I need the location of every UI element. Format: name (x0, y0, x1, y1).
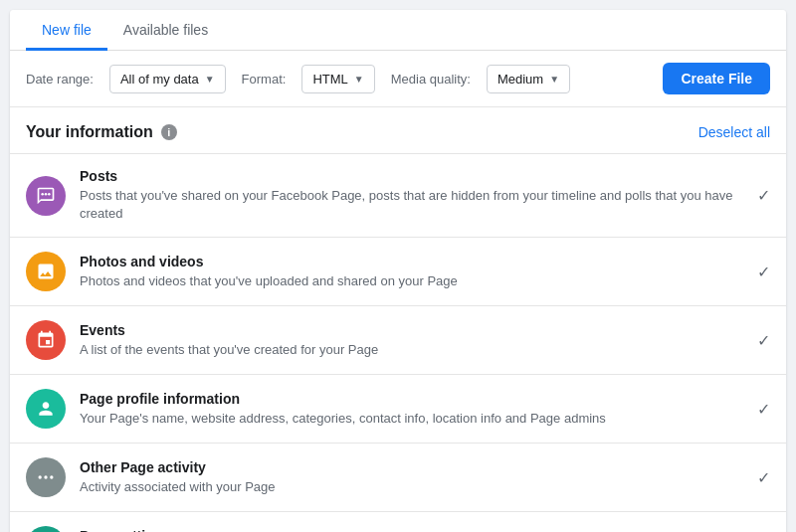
svg-point-5 (50, 476, 53, 479)
item-check-events: ✓ (757, 331, 770, 350)
toolbar: Date range: All of my data ▼ Format: HTM… (10, 51, 786, 107)
section-header: Your information i Deselect all (10, 107, 786, 154)
item-text-page-profile: Page profile information Your Page's nam… (80, 391, 743, 428)
list-item[interactable]: Page settings Current settings for your … (10, 512, 786, 532)
media-quality-chevron-icon: ▼ (549, 74, 559, 85)
svg-point-1 (45, 193, 48, 196)
item-check-photos-videos: ✓ (757, 263, 770, 281)
item-title-page-settings: Page settings (80, 528, 743, 532)
media-quality-select[interactable]: Medium ▼ (487, 65, 570, 93)
item-desc-photos-videos: Photos and videos that you've uploaded a… (80, 272, 743, 290)
main-card: New file Available files Date range: All… (10, 10, 786, 532)
deselect-all-button[interactable]: Deselect all (698, 124, 770, 140)
svg-point-2 (48, 193, 51, 196)
list-item[interactable]: Other Page activity Activity associated … (10, 443, 786, 512)
item-icon-page-profile (26, 389, 66, 429)
format-select[interactable]: HTML ▼ (301, 65, 374, 93)
item-check-page-profile: ✓ (757, 400, 770, 419)
info-icon[interactable]: i (161, 124, 177, 140)
tab-bar: New file Available files (10, 10, 786, 51)
item-title-events: Events (80, 322, 743, 338)
list-item[interactable]: Photos and videos Photos and videos that… (10, 238, 786, 306)
item-check-posts: ✓ (757, 186, 770, 205)
svg-point-4 (44, 476, 47, 479)
list-item[interactable]: Posts Posts that you've shared on your F… (10, 154, 786, 238)
item-title-other-activity: Other Page activity (80, 459, 743, 475)
date-range-select[interactable]: All of my data ▼ (109, 65, 226, 93)
item-desc-events: A list of the events that you've created… (80, 341, 743, 359)
item-icon-photos-videos (26, 252, 66, 291)
item-text-other-activity: Other Page activity Activity associated … (80, 459, 743, 496)
item-check-other-activity: ✓ (757, 468, 770, 487)
item-title-photos-videos: Photos and videos (80, 254, 743, 269)
item-desc-other-activity: Activity associated with your Page (80, 478, 743, 496)
date-range-chevron-icon: ▼ (205, 74, 215, 85)
item-title-page-profile: Page profile information (80, 391, 743, 407)
item-icon-events (26, 320, 66, 360)
list-item[interactable]: Page profile information Your Page's nam… (10, 375, 786, 443)
item-title-posts: Posts (80, 168, 743, 184)
item-desc-page-profile: Your Page's name, website address, categ… (80, 410, 743, 428)
content-area: Your information i Deselect all Posts Po… (10, 107, 786, 532)
item-icon-posts (26, 176, 66, 216)
tab-available-files[interactable]: Available files (107, 10, 224, 51)
item-icon-page-settings (26, 526, 66, 532)
format-label: Format: (242, 72, 287, 87)
section-title: Your information i (26, 123, 177, 141)
media-quality-label: Media quality: (391, 72, 471, 87)
item-text-photos-videos: Photos and videos Photos and videos that… (80, 254, 743, 290)
svg-point-0 (41, 193, 44, 196)
svg-point-3 (39, 476, 42, 479)
item-desc-posts: Posts that you've shared on your Faceboo… (80, 187, 743, 223)
format-value: HTML (312, 72, 347, 87)
date-range-value: All of my data (120, 72, 199, 87)
item-text-events: Events A list of the events that you've … (80, 322, 743, 359)
tab-new-file[interactable]: New file (26, 10, 107, 51)
page-container: New file Available files Date range: All… (0, 0, 796, 532)
item-text-page-settings: Page settings Current settings for your … (80, 528, 743, 532)
item-icon-other-activity (26, 457, 66, 497)
list-item[interactable]: Events A list of the events that you've … (10, 306, 786, 375)
items-list: Posts Posts that you've shared on your F… (10, 154, 786, 532)
date-range-label: Date range: (26, 72, 94, 87)
format-chevron-icon: ▼ (354, 74, 364, 85)
media-quality-value: Medium (498, 72, 543, 87)
section-title-text: Your information (26, 123, 153, 141)
item-text-posts: Posts Posts that you've shared on your F… (80, 168, 743, 223)
create-file-button[interactable]: Create File (663, 63, 770, 94)
